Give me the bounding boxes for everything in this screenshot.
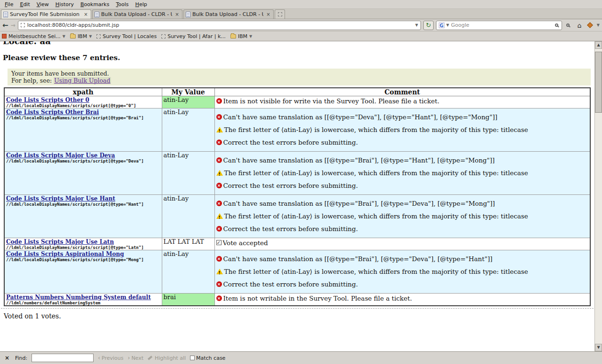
xpath-link[interactable]: Code Lists Scripts Other Brai [6,109,99,116]
bookmark-folder-ibm-2[interactable]: IBM ▼ [230,33,252,39]
error-icon: × [216,256,222,262]
comment-text: Vote accepted [223,239,268,247]
tab-survey-file-submission[interactable]: SurveyTool File Submission | ... × [1,9,91,19]
match-case-label: Match case [196,355,225,361]
xpath-link[interactable]: Code Lists Scripts Other 0 [6,97,89,103]
bookmark-most-visited[interactable]: Meistbesuchte Sei... ▼ [2,33,65,39]
xpath-link[interactable]: Code Lists Scripts Major Use Hant [6,195,115,202]
menu-file[interactable]: File [1,0,16,8]
my-value-cell: atin-Lay [162,195,214,238]
highlight-all-button[interactable]: Highlight all [148,355,186,361]
match-case-toggle[interactable]: Match case [190,355,225,361]
xpath-link[interactable]: Patterns Numbers Numbering System defaul… [6,294,151,301]
url-dropdown-icon[interactable]: ▼ [415,23,418,27]
error-icon: × [216,281,222,287]
search-engine-dropdown-icon[interactable]: ▼ [446,23,449,27]
scrollbar-track[interactable] [595,49,602,344]
find-input[interactable] [32,354,94,362]
error-icon: × [216,114,222,120]
home-button[interactable]: ⌂ [575,21,584,30]
comment-line: ×Can't have same translation as [[@type=… [216,113,589,121]
warning-icon [216,170,223,176]
xpath-link[interactable]: Code Lists Scripts Aspirational Mong [6,251,124,257]
comment-text: The first letter of ⟨atin-Lay⟩ is lowerc… [224,268,528,276]
my-value-cell: atin-Lay [162,108,214,152]
comment-line: ×Item is not writable in the Survey Tool… [216,294,589,302]
find-close-icon[interactable]: × [3,355,11,361]
info-line-2: For help, see: Using Bulk Upload [11,77,587,84]
menu-edit[interactable]: Edit [16,0,33,8]
search-bar[interactable]: G ▼ Google [436,21,562,30]
bookmark-label: Survey Tool | Afar | k... [167,33,226,39]
comment-text: Correct the test errors before submittin… [223,139,358,147]
xpath-string: //ldml/localeDisplayNames/scripts/script… [6,116,160,120]
xpath-link[interactable]: Code Lists Scripts Major Use Latn [6,239,114,245]
menu-history[interactable]: History [52,0,77,8]
menu-tools[interactable]: Tools [112,0,132,8]
find-next-button[interactable]: ›Next [128,355,143,361]
error-icon: × [216,183,222,188]
page-icon [186,12,190,17]
submission-info-box: Your items have been submitted. For help… [8,69,591,85]
find-toolbar-icon[interactable] [564,21,573,30]
table-row: Code Lists Scripts Other 0 //ldml/locale… [4,96,590,108]
browser-viewport: Locale: aa Please review these 7 entries… [0,41,602,351]
back-button[interactable]: ← [2,21,8,30]
using-bulk-upload-link[interactable]: Using Bulk Upload [54,77,111,84]
warning-icon [216,269,223,274]
search-go-icon[interactable] [555,23,558,27]
tab-bulk-data-upload-2[interactable]: Bulk Data Upload - CLDR - Un... × [183,9,274,19]
menu-view[interactable]: View [33,0,52,8]
list-all-tabs-button[interactable] [275,9,285,19]
comment-text: The first letter of ⟨atin-Lay⟩ is lowerc… [224,169,528,177]
url-bar[interactable]: localhost:8080/cldr-apps/submit.jsp ▼ [18,21,421,30]
new-tab-icon [278,12,282,16]
comment-line: ×Correct the test errors before submitti… [216,225,589,233]
comment-line: ×Can't have same translation as [[@type=… [216,156,589,164]
menu-bookmarks[interactable]: Bookmarks [77,0,112,8]
bookmark-label: Meistbesuchte Sei... [8,33,61,39]
xpath-string: //ldml/localeDisplayNames/scripts/script… [6,202,160,207]
url-text[interactable]: localhost:8080/cldr-apps/submit.jsp [27,22,413,28]
comment-text: Can't have same translation as [[@type="… [223,113,498,121]
bookmark-folder-ibm-1[interactable]: IBM ▼ [70,33,92,39]
table-row: Code Lists Scripts Major Use Latn //ldml… [4,238,590,250]
bookmark-survey-tool-locales[interactable]: Survey Tool | Locales [96,33,157,39]
vertical-scrollbar[interactable]: ▲ ▼ [594,41,602,351]
scroll-down-icon[interactable]: ▼ [595,344,602,351]
my-value-cell: LAT LAT LAT [162,238,214,250]
chevron-down-icon: ▼ [249,34,252,39]
page-icon [3,12,8,17]
comment-line: The first letter of ⟨atin-Lay⟩ is lowerc… [216,126,589,134]
xpath-link[interactable]: Code Lists Scripts Major Use Deva [6,152,115,159]
header-comment: Comment [214,88,590,96]
search-placeholder[interactable]: Google [451,22,553,28]
comment-text: The first letter of ⟨atin-Lay⟩ is lowerc… [224,212,528,220]
tab-title: Bulk Data Upload - CLDR - Un... [192,11,263,17]
forward-button[interactable]: → [11,21,16,30]
warning-icon [216,127,223,132]
overflow-chevron-icon[interactable]: ▼ [597,23,600,27]
comment-line: The first letter of ⟨atin-Lay⟩ is lowerc… [216,212,589,220]
comment-line: ×Item is not visible for write via the S… [216,97,589,105]
toolbar-misc-button[interactable] [586,21,594,30]
magnifier-icon [566,23,570,27]
table-row: Patterns Numbers Numbering System defaul… [4,294,590,306]
folder-icon [230,34,236,39]
header-my-value: My Value [162,88,214,96]
xpath-string: //ldml/localeDisplayNames/scripts/script… [6,257,160,262]
folder-icon [70,34,76,39]
review-heading: Please review these 7 entries. [3,54,594,62]
find-previous-button[interactable]: ‹Previous [98,355,123,361]
tab-close-icon[interactable]: × [265,11,271,17]
comment-text: Can't have same translation as [[@type="… [223,156,495,164]
bookmark-survey-tool-afar[interactable]: Survey Tool | Afar | k... [161,33,226,39]
scrollbar-thumb[interactable] [595,52,602,113]
menu-help[interactable]: Help [132,0,150,8]
reload-button[interactable]: ↻ [423,21,434,30]
tab-close-icon[interactable]: × [174,11,180,17]
tab-close-icon[interactable]: × [83,11,89,17]
tab-bulk-data-upload-1[interactable]: Bulk Data Upload - CLDR - Un... × [92,9,182,19]
match-case-checkbox[interactable] [190,356,195,360]
scroll-up-icon[interactable]: ▲ [595,41,602,49]
